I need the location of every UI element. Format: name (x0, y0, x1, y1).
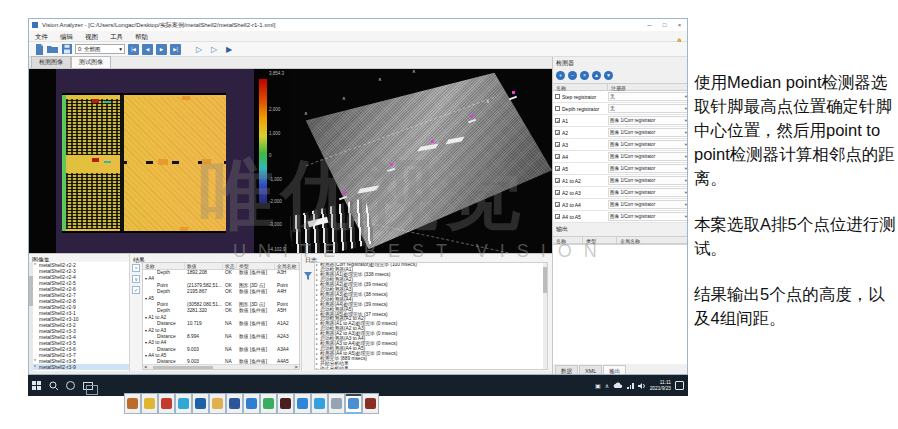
detector-row[interactable]: A5 图像 1/Corr registrator (553, 163, 688, 175)
taskbar-app-icon[interactable] (277, 393, 294, 414)
detector-registrator-dropdown[interactable]: 无 (608, 92, 688, 101)
taskbar-app-icon[interactable] (345, 393, 362, 414)
log-scrollbar[interactable] (543, 263, 547, 369)
taskbar-app-icon[interactable] (192, 393, 209, 414)
point-marker[interactable] (431, 140, 434, 143)
detector-toolbar-button[interactable]: × (580, 71, 589, 80)
menu-item[interactable]: 工具 (104, 31, 129, 42)
detector-toolbar-button[interactable]: ▲ (592, 71, 601, 80)
detector-registrator-dropdown[interactable]: 图像 1/Corr registrator (608, 152, 688, 161)
prev-image-button[interactable]: ◀ (142, 44, 153, 55)
last-image-button[interactable]: ▶| (170, 44, 181, 55)
detector-checkbox[interactable] (555, 94, 560, 99)
run-step-button[interactable]: ▷ (208, 44, 220, 55)
point-marker[interactable] (512, 91, 515, 94)
detector-registrator-dropdown[interactable]: 图像 1/Corr registrator (608, 212, 688, 221)
start-button[interactable] (28, 375, 45, 396)
detector-registrator-dropdown[interactable]: 无 (608, 104, 688, 113)
taskbar-app-icon[interactable] (158, 393, 175, 414)
expand-icon[interactable]: > (132, 264, 140, 272)
detector-row[interactable]: Step registrator 无 (553, 91, 688, 103)
detector-toolbar-button[interactable]: ▼ (604, 71, 613, 80)
cortana-icon[interactable] (62, 375, 79, 396)
open-folder-button[interactable] (47, 44, 58, 55)
volume-icon[interactable] (638, 382, 646, 390)
first-image-button[interactable]: |◀ (128, 44, 139, 55)
detector-registrator-dropdown[interactable]: 图像 1/Corr registrator (608, 128, 688, 137)
results-hscrollbar[interactable]: ◀▶ (143, 364, 299, 369)
point-marker[interactable] (471, 114, 474, 117)
taskbar-app-icon[interactable] (362, 393, 379, 414)
titlebar[interactable]: Vision Analyzer - [C:/Users/Longac/Deskt… (29, 19, 687, 31)
taskbar-app-icon[interactable] (260, 393, 277, 414)
menu-item[interactable]: 帮助 (129, 31, 154, 42)
taskbar-app-icon[interactable] (328, 393, 345, 414)
detector-registrator-dropdown[interactable]: 图像 1/Corr registrator (608, 164, 688, 173)
taskbar-app-icon[interactable] (209, 393, 226, 414)
task-view-icon[interactable] (79, 375, 96, 396)
image-select-dropdown[interactable]: 0: 全部图▾ (75, 44, 125, 54)
detector-registrator-dropdown[interactable]: 图像 1/Corr registrator (608, 200, 688, 209)
hidden-icons-chevron[interactable]: ∧ (605, 382, 609, 389)
detector-checkbox[interactable] (555, 154, 560, 159)
detector-toolbar-button[interactable]: + (556, 71, 565, 80)
detector-registrator-dropdown[interactable]: 图像 1/Corr registrator (608, 140, 688, 149)
output-tab[interactable]: XML (579, 365, 602, 375)
detector-checkbox[interactable] (555, 118, 560, 123)
filter-funnel-icon[interactable] (304, 266, 312, 284)
point-marker[interactable] (390, 163, 393, 166)
detector-row[interactable]: A1 图像 1/Corr registrator (553, 115, 688, 127)
next-image-button[interactable]: ▶ (156, 44, 167, 55)
taskbar-app-icon[interactable] (175, 393, 192, 414)
minimize-button[interactable]: ─ (642, 19, 657, 31)
action-center-icon[interactable] (675, 381, 684, 390)
heatmap-view[interactable]: 3,854.32,0001,0000-1,000-2,000-3,000-4,1… (29, 69, 290, 253)
new-file-button[interactable] (33, 44, 44, 55)
taskbar-app-icon[interactable] (294, 393, 311, 414)
tray-app-icon[interactable]: ▣ (595, 382, 601, 389)
detector-row[interactable]: Depth registrator 无 (553, 103, 688, 115)
taskbar-app-icon[interactable] (141, 393, 158, 414)
detector-checkbox[interactable] (555, 190, 560, 195)
detector-row[interactable]: A2 to A3 图像 1/Corr registrator (553, 187, 688, 199)
menu-item[interactable]: 视图 (79, 31, 104, 42)
collapse-icon[interactable]: ∨ (132, 275, 140, 283)
menu-item[interactable]: 编辑 (54, 31, 79, 42)
detector-checkbox[interactable] (555, 106, 560, 111)
detector-checkbox[interactable] (555, 130, 560, 135)
image-set-item[interactable]: metalShell2-r3-9 (33, 364, 129, 370)
check-icon[interactable]: ✓ (132, 286, 140, 294)
detector-row[interactable]: A2 图像 1/Corr registrator (553, 127, 688, 139)
maximize-button[interactable]: □ (657, 19, 672, 31)
detector-checkbox[interactable] (555, 214, 560, 219)
run-all-button[interactable]: ▶ (223, 44, 235, 55)
detector-row[interactable]: A4 图像 1/Corr registrator (553, 151, 688, 163)
network-icon[interactable] (627, 383, 634, 389)
output-tab[interactable]: 输出 (603, 365, 626, 375)
detector-checkbox[interactable] (555, 166, 560, 171)
image-tab[interactable]: 测试图像 (71, 56, 111, 68)
results-table[interactable]: 名称 数值 状态 类型 全局名称 Depth 1892.208 OK 数值 [条… (142, 262, 300, 370)
close-button[interactable]: × (672, 19, 687, 31)
taskbar-app-icon[interactable] (124, 393, 141, 414)
detector-toolbar-button[interactable]: − (568, 71, 577, 80)
onedrive-cloud-icon[interactable] (613, 382, 623, 389)
run-once-button[interactable]: ▷ (193, 44, 205, 55)
save-button[interactable] (61, 44, 72, 55)
detector-registrator-dropdown[interactable]: 图像 1/Corr registrator (608, 188, 688, 197)
log-box[interactable]: 检测器(Corr registrator)处理完毕 (100 msecs)启动检… (314, 262, 548, 370)
output-tab[interactable]: 数据 (555, 365, 578, 375)
taskbar-app-icon[interactable] (243, 393, 260, 414)
detector-row[interactable]: A1 to A2 图像 1/Corr registrator (553, 175, 688, 187)
detector-checkbox[interactable] (555, 178, 560, 183)
point-marker[interactable] (342, 191, 345, 194)
detector-row[interactable]: A4 to A5 图像 1/Corr registrator (553, 211, 688, 223)
detector-row[interactable]: A3 to A4 图像 1/Corr registrator (553, 199, 688, 211)
detector-checkbox[interactable] (555, 202, 560, 207)
point-cloud-view[interactable]: ∧ ∧ ∧ ∧ ∧ (290, 69, 552, 253)
taskbar-app-icon[interactable] (311, 393, 328, 414)
detector-registrator-dropdown[interactable]: 图像 1/Corr registrator (608, 176, 688, 185)
menu-item[interactable]: 文件 (29, 31, 54, 42)
taskbar-clock[interactable]: 11:11 2021/9/23 (650, 380, 671, 391)
search-icon[interactable] (45, 375, 62, 396)
